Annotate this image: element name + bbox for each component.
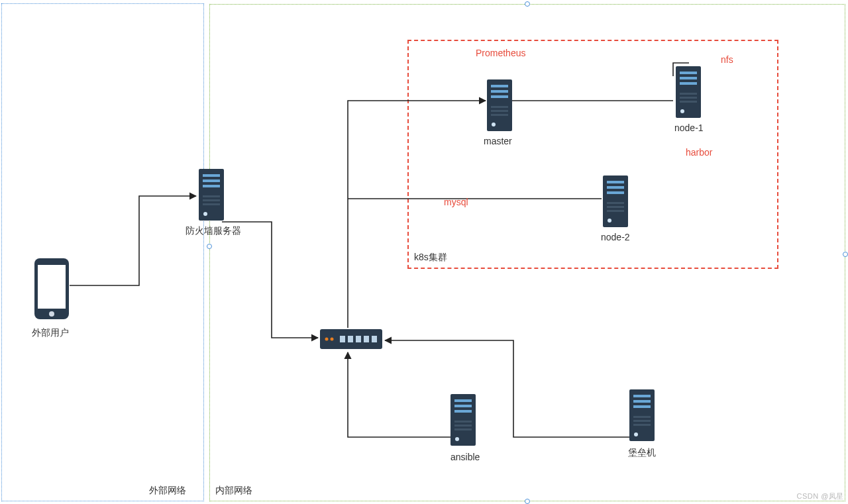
svg-point-12 — [325, 338, 329, 341]
svg-rect-9 — [38, 265, 66, 309]
phone-icon — [34, 258, 69, 319]
svg-rect-14 — [340, 336, 345, 342]
server-icon — [450, 394, 476, 446]
server-icon — [629, 389, 655, 441]
server-icon — [487, 79, 512, 131]
switch-icon — [320, 329, 382, 349]
svg-rect-15 — [348, 336, 353, 342]
svg-point-10 — [49, 311, 54, 317]
svg-rect-16 — [356, 336, 361, 342]
server-icon — [676, 66, 701, 118]
server-icon — [603, 176, 628, 227]
svg-rect-17 — [364, 336, 369, 342]
server-icon — [199, 169, 224, 221]
svg-rect-18 — [372, 336, 377, 342]
svg-point-13 — [331, 338, 334, 341]
